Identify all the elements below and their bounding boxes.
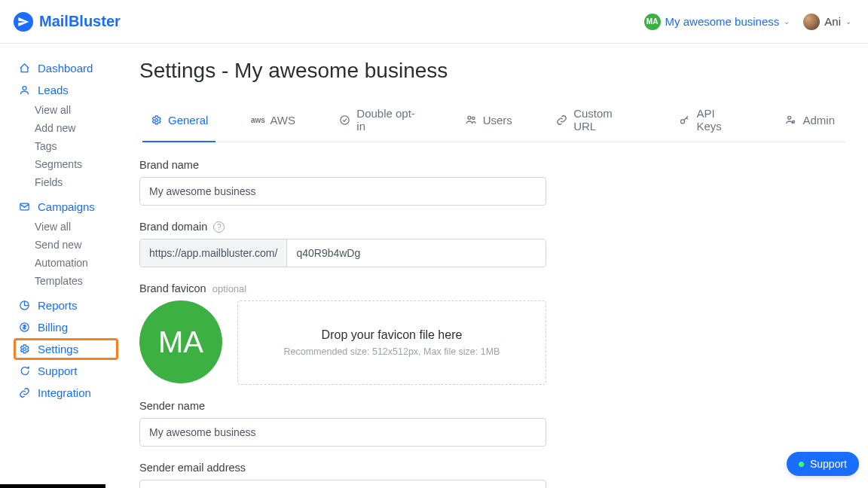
sidebar: Dashboard Leads View all Add new Tags Se… — [0, 44, 124, 488]
user-name: Ani — [824, 15, 841, 28]
brand-domain-label-text: Brand domain — [139, 221, 207, 233]
svg-point-9 — [681, 119, 685, 123]
svg-point-8 — [472, 117, 474, 119]
sidebar-subitem-view-all[interactable]: View all — [35, 101, 118, 119]
sidebar-item-label: Reports — [38, 299, 78, 312]
tab-admin[interactable]: Admin — [781, 99, 838, 142]
link-icon — [556, 114, 567, 126]
tab-label: Custom URL — [573, 107, 635, 133]
logo[interactable]: MailBluster — [14, 12, 121, 32]
brand-domain-input-group: https://app.mailbluster.com/ — [139, 239, 546, 267]
sidebar-subitem-templates[interactable]: Templates — [35, 272, 118, 290]
chevron-down-icon: ⌄ — [845, 17, 851, 26]
brand-favicon-label-text: Brand favicon — [139, 282, 206, 294]
tab-label: General — [168, 114, 208, 127]
sidebar-item-label: Settings — [38, 343, 78, 355]
topbar: MailBluster MA My awesome business ⌄ Ani… — [0, 0, 868, 44]
sender-name-input[interactable] — [139, 418, 546, 447]
dropzone-title: Drop your favicon file here — [322, 328, 463, 342]
sidebar-subitem-tags[interactable]: Tags — [35, 137, 118, 155]
sidebar-subitem-add-new[interactable]: Add new — [35, 119, 118, 137]
user-icon — [18, 84, 30, 96]
business-switcher[interactable]: MA My awesome business ⌄ — [644, 14, 790, 30]
sidebar-item-reports[interactable]: Reports — [14, 294, 118, 316]
home-icon — [18, 63, 30, 74]
chevron-down-icon: ⌄ — [784, 17, 790, 26]
general-form: Brand name Brand domain ? https://app.ma… — [139, 142, 561, 488]
topbar-right: MA My awesome business ⌄ Ani ⌄ — [644, 14, 851, 30]
sidebar-item-support[interactable]: Support — [14, 360, 118, 382]
leads-submenu: View all Add new Tags Segments Fields — [14, 101, 118, 191]
tab-users[interactable]: Users — [462, 99, 515, 142]
optional-text: optional — [212, 283, 247, 294]
sidebar-subitem-view-all[interactable]: View all — [35, 218, 118, 236]
support-fab[interactable]: Support — [787, 452, 859, 476]
svg-point-7 — [468, 116, 471, 119]
help-icon[interactable]: ? — [213, 221, 225, 233]
sidebar-item-label: Support — [38, 364, 78, 377]
user-menu[interactable]: Ani ⌄ — [803, 14, 851, 30]
key-icon — [679, 114, 690, 126]
tab-label: Users — [483, 114, 512, 127]
logo-text: MailBluster — [39, 13, 121, 30]
svg-point-4 — [23, 348, 26, 351]
chart-icon — [18, 300, 30, 311]
check-circle-icon — [339, 114, 350, 126]
tab-label: API Keys — [697, 107, 741, 133]
tab-aws[interactable]: aws AWS — [249, 99, 298, 142]
sidebar-item-label: Leads — [38, 84, 69, 96]
admin-icon — [784, 114, 796, 126]
chat-icon — [18, 365, 30, 377]
sidebar-item-leads[interactable]: Leads — [14, 79, 118, 101]
sidebar-item-settings[interactable]: Settings — [14, 338, 118, 360]
sidebar-item-label: Integration — [38, 386, 91, 399]
brand-name-label: Brand name — [139, 159, 561, 171]
page-title: Settings - My awesome business — [139, 59, 845, 83]
sidebar-item-dashboard[interactable]: Dashboard — [14, 57, 118, 79]
paper-plane-icon — [14, 12, 33, 32]
brand-domain-input[interactable] — [287, 239, 546, 267]
users-icon — [465, 114, 477, 126]
gear-icon — [18, 343, 30, 355]
sidebar-item-campaigns[interactable]: Campaigns — [14, 196, 118, 218]
sender-name-label: Sender name — [139, 400, 561, 412]
dollar-icon — [18, 322, 30, 333]
business-badge: MA — [644, 14, 661, 30]
sidebar-subitem-fields[interactable]: Fields — [35, 173, 118, 191]
sidebar-item-label: Dashboard — [38, 62, 93, 75]
main-content: Settings - My awesome business General a… — [124, 44, 868, 488]
favicon-preview: MA — [139, 300, 222, 383]
sidebar-subitem-automation[interactable]: Automation — [35, 254, 118, 272]
tab-label: AWS — [270, 114, 295, 127]
sidebar-subitem-send-new[interactable]: Send new — [35, 236, 118, 254]
support-fab-label: Support — [810, 458, 847, 470]
link-icon — [18, 387, 30, 398]
tab-general[interactable]: General — [147, 99, 211, 142]
sidebar-subitem-segments[interactable]: Segments — [35, 155, 118, 173]
sidebar-item-integration[interactable]: Integration — [14, 382, 118, 404]
business-name: My awesome business — [665, 15, 780, 28]
tab-custom-url[interactable]: Custom URL — [553, 99, 638, 142]
svg-point-5 — [154, 118, 157, 121]
status-dot-icon — [799, 462, 804, 467]
sidebar-item-billing[interactable]: Billing — [14, 316, 118, 338]
brand-favicon-label: Brand favicon optional — [139, 282, 561, 294]
svg-point-0 — [23, 87, 26, 90]
campaigns-submenu: View all Send new Automation Templates — [14, 218, 118, 290]
avatar — [803, 14, 820, 30]
gear-icon — [150, 114, 162, 126]
tab-api-keys[interactable]: API Keys — [676, 99, 744, 142]
brand-domain-prefix: https://app.mailbluster.com/ — [140, 239, 287, 267]
favicon-dropzone[interactable]: Drop your favicon file here Recommended … — [237, 300, 546, 385]
sender-email-label: Sender email address — [139, 462, 561, 474]
mail-icon — [18, 201, 30, 212]
tab-label: Double opt-in — [356, 107, 420, 133]
tab-label: Admin — [802, 114, 835, 127]
tab-double-optin[interactable]: Double opt-in — [336, 99, 424, 142]
sender-email-input[interactable] — [139, 480, 546, 488]
brand-name-input[interactable] — [139, 177, 546, 206]
brand-domain-label: Brand domain ? — [139, 221, 561, 233]
svg-point-10 — [788, 116, 791, 119]
sidebar-item-label: Billing — [38, 321, 68, 334]
aws-icon: aws — [252, 114, 264, 126]
